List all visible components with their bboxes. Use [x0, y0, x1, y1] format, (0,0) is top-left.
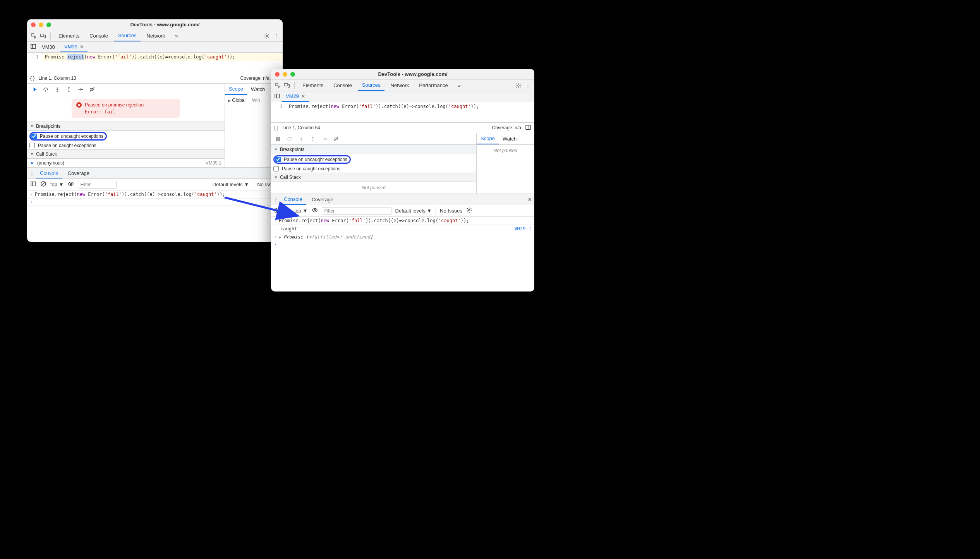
tab-watch[interactable]: Watch — [247, 84, 269, 95]
file-tab-vm30[interactable]: VM30 — [38, 42, 59, 52]
checkbox-pause-uncaught[interactable] — [275, 157, 281, 162]
pause-icon[interactable] — [275, 136, 281, 142]
tab-elements[interactable]: Elements — [299, 80, 327, 91]
sidebar-toggle-icon[interactable] — [30, 181, 36, 188]
kebab-icon[interactable]: ⋮ — [524, 82, 531, 89]
source-link[interactable]: VM29:1 — [515, 226, 531, 231]
context-selector[interactable]: top ▼ — [50, 182, 64, 187]
sidebar-toggle-icon[interactable] — [525, 124, 531, 132]
step-out-icon[interactable] — [66, 86, 72, 93]
file-tab-label: VM29 — [286, 93, 299, 99]
console-log-row[interactable]: caught VM29:1 — [271, 225, 534, 233]
deactivate-breakpoints-icon[interactable] — [89, 86, 95, 93]
levels-selector[interactable]: Default levels ▼ — [395, 208, 432, 214]
breakpoints-heading[interactable]: ▼Breakpoints — [27, 122, 225, 131]
chevron-right-icon[interactable]: ▶ — [228, 99, 231, 103]
tab-scope[interactable]: Scope — [477, 133, 499, 144]
checkbox-pause-uncaught[interactable] — [31, 134, 37, 139]
step-icon[interactable] — [77, 86, 84, 93]
device-toggle-icon[interactable] — [39, 33, 46, 39]
callstack-heading[interactable]: ▼Call Stack — [271, 173, 476, 182]
main-tabbar: Elements Console Sources Network » ⋮ — [27, 30, 283, 42]
tab-watch[interactable]: Watch — [499, 133, 520, 144]
close-icon[interactable] — [31, 22, 36, 27]
breakpoint-row-caught[interactable]: Pause on caught exceptions — [271, 165, 476, 173]
gear-icon[interactable] — [515, 82, 522, 89]
kebab-icon[interactable]: ⋮ — [29, 170, 34, 176]
eye-icon[interactable] — [312, 207, 318, 214]
sidebar-toggle-icon[interactable] — [274, 207, 280, 214]
inspect-icon[interactable] — [274, 82, 281, 89]
filter-input[interactable] — [322, 207, 391, 215]
file-tab-vm29[interactable]: VM29✕ — [282, 91, 309, 102]
filter-input[interactable] — [78, 181, 117, 189]
format-icon[interactable]: { } — [274, 125, 278, 130]
code-line[interactable]: Promise.reject(new Error('fail')).catch(… — [287, 102, 534, 111]
console-prompt[interactable]: › — [271, 241, 534, 248]
deactivate-breakpoints-icon[interactable] — [333, 136, 339, 142]
tab-network[interactable]: Network — [387, 80, 413, 91]
tab-sources[interactable]: Sources — [358, 80, 384, 91]
clear-console-icon[interactable] — [284, 207, 290, 214]
gear-icon[interactable] — [263, 33, 270, 39]
context-selector[interactable]: top ▼ — [294, 208, 308, 214]
tab-console[interactable]: Console — [330, 80, 356, 91]
kebab-icon[interactable]: ⋮ — [273, 33, 280, 39]
step-into-icon[interactable] — [54, 86, 60, 93]
clear-console-icon[interactable] — [40, 181, 46, 188]
close-icon[interactable]: ✕ — [80, 44, 84, 50]
scope-not-paused: Not paused — [477, 145, 534, 156]
close-icon[interactable]: ✕ — [301, 94, 305, 99]
format-icon[interactable]: { } — [30, 75, 34, 81]
device-toggle-icon[interactable] — [283, 82, 290, 89]
code-editor[interactable]: 1 Promise.reject(new Error('fail')).catc… — [271, 102, 534, 111]
callstack-heading[interactable]: ▼Call Stack — [27, 149, 225, 159]
inspect-icon[interactable] — [30, 33, 37, 39]
frame-location[interactable]: VM39:1 — [206, 160, 221, 166]
levels-selector[interactable]: Default levels ▼ — [213, 182, 249, 187]
minimize-icon[interactable] — [39, 22, 43, 27]
minimize-icon[interactable] — [283, 72, 287, 77]
close-icon[interactable] — [275, 72, 280, 77]
callstack-frame[interactable]: ➤ (anonymous) VM39:1 — [27, 159, 225, 167]
maximize-icon[interactable] — [290, 72, 295, 77]
tab-scope[interactable]: Scope — [225, 84, 247, 95]
file-tab-vm39[interactable]: VM39✕ — [60, 42, 88, 52]
breakpoints-heading[interactable]: ▼Breakpoints — [271, 145, 476, 154]
step-over-icon[interactable] — [43, 86, 49, 93]
tab-performance[interactable]: Performance — [415, 80, 451, 91]
checkbox-pause-caught[interactable] — [273, 166, 279, 171]
drawer-tab-coverage[interactable]: Coverage — [64, 168, 93, 178]
checkbox-pause-caught[interactable] — [29, 143, 35, 148]
maximize-icon[interactable] — [46, 22, 51, 27]
gear-icon[interactable] — [466, 207, 472, 214]
code-line[interactable]: Promise.reject(new Error('fail')).catch(… — [43, 53, 283, 61]
tab-network[interactable]: Network — [143, 30, 169, 41]
kebab-icon[interactable]: ⋮ — [273, 197, 278, 202]
console-input-row[interactable]: › Promise.reject(new Error('fail')).catc… — [27, 190, 283, 199]
drawer-tab-coverage[interactable]: Coverage — [308, 194, 337, 205]
console-prompt[interactable]: › — [27, 199, 283, 206]
breakpoint-row-caught[interactable]: Pause on caught exceptions — [27, 142, 225, 149]
tab-sources[interactable]: Sources — [114, 30, 141, 41]
drawer-tab-console[interactable]: Console — [280, 194, 306, 205]
navigator-toggle-icon[interactable] — [30, 43, 36, 51]
issues-label[interactable]: No Issues — [440, 208, 462, 214]
navigator-toggle-icon[interactable] — [274, 93, 280, 100]
close-icon[interactable]: ✕ — [528, 197, 532, 202]
line-number: 1 — [280, 104, 283, 109]
console-result-row[interactable]: ‹ ▶ Promise {<fulfilled>: undefined} — [271, 233, 534, 241]
code-editor[interactable]: 1 Promise.reject(new Error('fail')).catc… — [27, 53, 283, 61]
breakpoint-row-uncaught[interactable]: Pause on uncaught exceptions — [27, 131, 225, 142]
resume-icon[interactable] — [31, 86, 37, 93]
tab-console[interactable]: Console — [86, 30, 112, 41]
eye-icon[interactable] — [68, 181, 74, 188]
chevron-right-icon[interactable]: ▶ — [279, 235, 281, 239]
tab-elements[interactable]: Elements — [55, 30, 83, 41]
breakpoint-row-uncaught[interactable]: Pause on uncaught exceptions — [271, 154, 476, 165]
tabs-overflow[interactable]: » — [171, 30, 182, 41]
console-input-row[interactable]: › Promise.reject(new Error('fail')).catc… — [271, 217, 534, 225]
tabs-overflow[interactable]: » — [454, 80, 465, 91]
scope-global-label[interactable]: Global — [232, 98, 245, 103]
drawer-tab-console[interactable]: Console — [36, 168, 62, 178]
